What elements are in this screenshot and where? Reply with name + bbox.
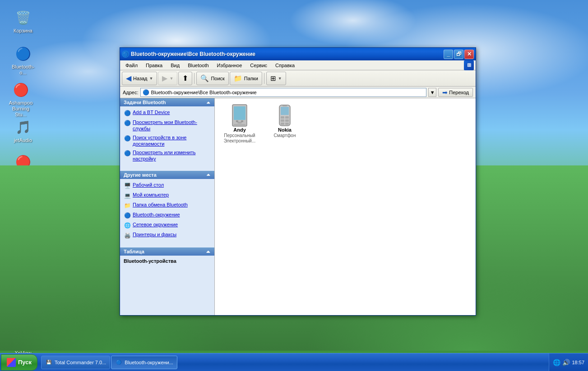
add-bt-label: Add a BT Device: [133, 109, 170, 115]
taskbar-item-total-commander[interactable]: 💾 Total Commander 7.0...: [41, 356, 110, 369]
menu-bluetooth[interactable]: Bluetooth: [184, 62, 212, 69]
other-places-header[interactable]: Другие места ⏶: [120, 171, 214, 179]
desktop-icon-opera[interactable]: 🔴 Opera: [7, 151, 39, 180]
search-icon: 🔍: [200, 74, 209, 82]
network-link[interactable]: 🌐 Сетевое окружение: [124, 221, 211, 229]
bluetooth-tasks-header[interactable]: Задачи Bluetooth ⏶: [120, 98, 214, 106]
file-item-nokia[interactable]: Nokia Смартфон: [264, 103, 305, 146]
bluetooth-tasks-section: Задачи Bluetooth ⏶ 🔵 Add a BT Device 🔵 П…: [120, 98, 214, 167]
desktop-icon-download-master[interactable]: ⬇️ Download Master: [5, 258, 37, 293]
other-places-collapse[interactable]: ⏶: [206, 172, 211, 177]
search-devices-link[interactable]: 🔵 Поиск устройств в зоне досягаемости: [124, 134, 211, 147]
menu-view[interactable]: Вид: [167, 62, 183, 69]
bluetooth-window: 🔵 Bluetooth-окружение\Все Bluetooth-окру…: [120, 47, 476, 316]
bluetooth-tasks-collapse[interactable]: ⏶: [206, 100, 211, 105]
svg-rect-7: [281, 107, 289, 115]
bluetooth-tasks-title: Задачи Bluetooth: [124, 100, 166, 105]
svg-rect-14: [282, 105, 287, 106]
table-header[interactable]: Таблица ⏶: [120, 247, 214, 256]
go-button[interactable]: ➡ Переход: [438, 88, 473, 97]
table-collapse[interactable]: ⏶: [206, 249, 211, 254]
icon-label-total-commander: Total Commander: [6, 315, 35, 327]
printers-icon: 🖨️: [124, 232, 131, 239]
forward-dropdown-icon[interactable]: ▼: [169, 76, 173, 81]
file-icons-area: Andy Персональный Электронный...: [215, 98, 476, 150]
window-icon: 🔵: [122, 50, 129, 58]
start-button[interactable]: Пуск: [1, 354, 37, 371]
icon-img-ashampoo: 🔴: [12, 81, 30, 99]
bluetooth-tasks-content: 🔵 Add a BT Device 🔵 Просмотреть мои Blue…: [120, 106, 214, 167]
folders-button[interactable]: 📁 Папки: [230, 72, 262, 85]
printers-link[interactable]: 🖨️ Принтеры и факсы: [124, 231, 211, 239]
start-logo: [7, 358, 16, 367]
table-section: Таблица ⏶ Bluetooth-устройства: [120, 247, 214, 266]
desktop-icon-stduViewer[interactable]: 📄 STDUViewer: [7, 187, 39, 216]
view-settings-link[interactable]: 🔵 Просмотреть или изменить настройку: [124, 149, 211, 162]
network-label: Сетевое окружение: [133, 221, 178, 228]
desktop-icon-ccleaner[interactable]: 🛡️ Ccleaner: [7, 223, 39, 252]
table-item-bt-devices: Bluetooth-устройства: [124, 258, 211, 264]
folders-icon: 📁: [234, 74, 242, 82]
bluetooth-taskbar-label: Bluetooth-окружени...: [125, 360, 173, 365]
tray-volume-icon[interactable]: 🔊: [562, 359, 570, 366]
menu-favorites[interactable]: Избранное: [213, 62, 246, 69]
toolbar: ◀ Назад ▼ ▶ ▼ ⬆ 🔍 Поиск 📁 Папки: [120, 70, 476, 87]
close-button[interactable]: ✕: [464, 50, 474, 59]
menu-service[interactable]: Сервис: [246, 62, 271, 69]
desktop-link[interactable]: 🖥️ Рабочий стол: [124, 182, 211, 189]
desktop-icon-jetaudio[interactable]: 🎵 jetAudio: [7, 116, 39, 145]
maximize-button[interactable]: 🗗: [454, 50, 463, 59]
view-bt-services-link[interactable]: 🔵 Просмотреть мои Bluetooth-службы: [124, 119, 211, 132]
file-item-andy[interactable]: Andy Персональный Электронный...: [219, 103, 260, 146]
menu-help[interactable]: Справка: [272, 62, 298, 69]
icon-label-download-master: Download Master: [6, 279, 35, 291]
svg-rect-8: [281, 116, 284, 119]
back-button[interactable]: ◀ Назад ▼: [122, 72, 157, 85]
desktop-icon-total-commander[interactable]: 💾 Total Commander: [5, 294, 37, 329]
icon-img-bluetooth: 🔵: [14, 45, 32, 63]
icon-img-stduViewer: 📄: [14, 189, 32, 207]
address-value: Bluetooth-окружение\Все Bluetooth-окруже…: [151, 90, 257, 95]
windows-logo: ⊞: [464, 60, 474, 70]
other-places-content: 🖥️ Рабочий стол 💻 Мой компьютер 📁 Папка …: [120, 179, 214, 244]
svg-rect-1: [234, 106, 245, 120]
tray-network-icon: 🌐: [553, 359, 560, 366]
bt-env-icon: 🔵: [124, 212, 131, 219]
minimize-button[interactable]: _: [444, 50, 453, 59]
icon-img-download-master: ⬇️: [12, 260, 30, 278]
icon-label-stduViewer: STDUViewer: [9, 208, 37, 214]
svg-rect-13: [285, 123, 289, 125]
up-button[interactable]: ⬆: [178, 72, 192, 85]
icon-label-ccleaner: Ccleaner: [13, 244, 33, 250]
desktop-icon-bluetooth[interactable]: 🔵 Bluetooth-о...: [7, 43, 39, 78]
menu-edit[interactable]: Правка: [142, 62, 166, 69]
bt-folder-link[interactable]: 📁 Папка обмена Bluetooth: [124, 202, 211, 209]
forward-button[interactable]: ▶ ▼: [158, 72, 177, 85]
search-button[interactable]: 🔍 Поиск: [196, 72, 228, 85]
desktop-icon-ashampoo[interactable]: 🔴 Ashampoo Burning Stu...: [5, 79, 37, 120]
folders-label: Папки: [244, 76, 258, 81]
go-label: Переход: [449, 90, 469, 95]
desktop-icon-recycle-bin[interactable]: 🗑️ Корзина: [7, 7, 39, 36]
menu-file[interactable]: Файл: [122, 62, 141, 69]
view-dropdown-icon[interactable]: ▼: [278, 76, 282, 81]
bt-env-link[interactable]: 🔵 Bluetooth-окружение: [124, 211, 211, 219]
back-dropdown-icon[interactable]: ▼: [149, 76, 153, 81]
other-places-section: Другие места ⏶ 🖥️ Рабочий стол 💻 Мой ком…: [120, 171, 214, 244]
nokia-name: Nokia: [278, 127, 292, 133]
bt-env-label: Bluetooth-окружение: [133, 211, 180, 218]
taskbar-item-bluetooth[interactable]: 🔵 Bluetooth-окружени...: [111, 356, 177, 369]
window-title: Bluetooth-окружение\Все Bluetooth-окруже…: [131, 51, 442, 57]
icon-label-bluetooth: Bluetooth-о...: [9, 64, 37, 76]
pda-device-icon: [231, 105, 249, 126]
icon-label-jetaudio: jetAudio: [14, 137, 32, 143]
svg-rect-10: [281, 119, 284, 122]
up-icon: ⬆: [182, 74, 188, 82]
svg-rect-11: [285, 119, 289, 122]
address-dropdown-button[interactable]: ▼: [428, 88, 436, 97]
view-button[interactable]: ⊞ ▼: [266, 72, 286, 85]
address-input[interactable]: 🔵 Bluetooth-окружение\Все Bluetooth-окру…: [140, 88, 427, 97]
add-bt-device-link[interactable]: 🔵 Add a BT Device: [124, 109, 211, 117]
my-computer-link[interactable]: 💻 Мой компьютер: [124, 192, 211, 199]
icon-img-recycle-bin: 🗑️: [14, 9, 32, 27]
